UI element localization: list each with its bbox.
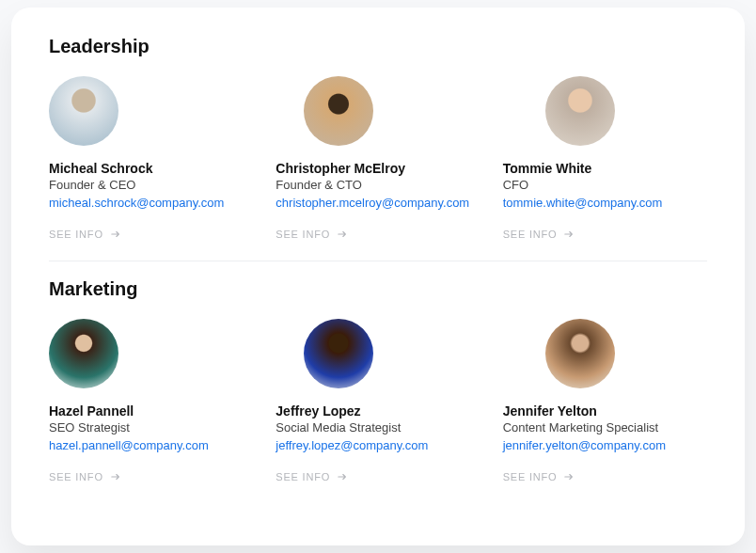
team-member: Tommie White CFO tommie.white@company.co… <box>503 76 707 257</box>
see-info-label: SEE INFO <box>49 471 103 482</box>
team-member: Jennifer Yelton Content Marketing Specia… <box>503 319 707 499</box>
member-email-link[interactable]: jeffrey.lopez@company.com <box>276 438 480 452</box>
member-role: Founder & CTO <box>276 178 480 192</box>
arrow-right-icon <box>564 472 574 482</box>
section-title-leadership: Leadership <box>49 36 707 57</box>
see-info-label: SEE INFO <box>49 229 103 240</box>
member-name: Christopher McElroy <box>276 161 480 176</box>
marketing-grid: Hazel Pannell SEO Strategist hazel.panne… <box>49 319 707 499</box>
arrow-right-icon <box>111 229 120 239</box>
member-email-link[interactable]: tommie.white@company.com <box>503 196 707 210</box>
member-email-link[interactable]: jennifer.yelton@company.com <box>503 438 707 452</box>
member-email-link[interactable]: micheal.schrock@company.com <box>49 196 253 210</box>
avatar <box>304 76 373 146</box>
section-title-marketing: Marketing <box>49 278 707 300</box>
see-info-button[interactable]: SEE INFO <box>49 471 253 482</box>
see-info-button[interactable]: SEE INFO <box>49 229 253 240</box>
see-info-button[interactable]: SEE INFO <box>503 471 707 482</box>
see-info-button[interactable]: SEE INFO <box>276 471 480 482</box>
arrow-right-icon <box>564 229 574 239</box>
member-role: Content Marketing Specialist <box>503 420 707 434</box>
section-divider <box>49 261 707 261</box>
member-email-link[interactable]: christopher.mcelroy@company.com <box>276 196 480 210</box>
team-directory-card: Leadership Micheal Schrock Founder & CEO… <box>11 8 745 545</box>
team-member: Hazel Pannell SEO Strategist hazel.panne… <box>49 319 253 499</box>
leadership-grid: Micheal Schrock Founder & CEO micheal.sc… <box>49 76 707 257</box>
arrow-right-icon <box>111 472 120 482</box>
member-role: CFO <box>503 178 707 192</box>
arrow-right-icon <box>338 472 347 482</box>
member-role: SEO Strategist <box>49 420 253 434</box>
member-name: Micheal Schrock <box>49 161 253 176</box>
avatar <box>304 319 373 388</box>
member-role: Social Media Strategist <box>276 420 480 434</box>
see-info-label: SEE INFO <box>503 471 558 482</box>
see-info-button[interactable]: SEE INFO <box>276 229 480 240</box>
see-info-button[interactable]: SEE INFO <box>503 229 707 240</box>
team-member: Micheal Schrock Founder & CEO micheal.sc… <box>49 76 253 257</box>
see-info-label: SEE INFO <box>503 229 558 240</box>
see-info-label: SEE INFO <box>276 229 330 240</box>
member-name: Tommie White <box>503 161 707 176</box>
arrow-right-icon <box>338 229 347 239</box>
member-role: Founder & CEO <box>49 178 253 192</box>
avatar <box>49 76 118 146</box>
member-name: Jeffrey Lopez <box>276 403 480 419</box>
team-member: Christopher McElroy Founder & CTO christ… <box>276 76 480 257</box>
team-member: Jeffrey Lopez Social Media Strategist je… <box>276 319 480 499</box>
member-email-link[interactable]: hazel.pannell@company.com <box>49 438 253 452</box>
see-info-label: SEE INFO <box>276 471 330 482</box>
member-name: Hazel Pannell <box>49 403 253 419</box>
avatar <box>545 319 615 388</box>
avatar <box>545 76 615 146</box>
member-name: Jennifer Yelton <box>503 403 707 419</box>
avatar <box>49 319 118 388</box>
